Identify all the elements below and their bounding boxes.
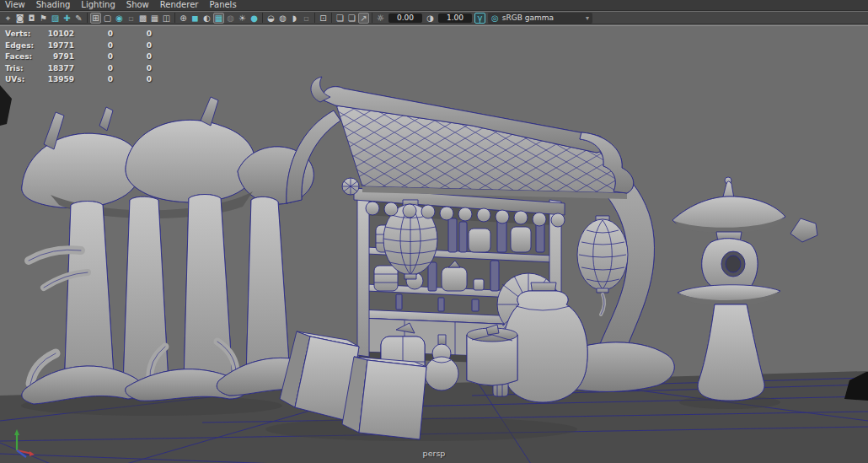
- hud-edges-hv3: 0: [113, 40, 152, 52]
- hud-faces-hl: Faces:: [5, 51, 39, 63]
- menu-view[interactable]: View: [5, 0, 25, 10]
- hud-row-faces: Faces:979100: [5, 51, 152, 63]
- pan-zoom-2d-icon[interactable]: ✚: [62, 13, 72, 24]
- hud-edges-hv2: 0: [74, 40, 113, 52]
- shaded-cube-icon[interactable]: ◼: [190, 13, 201, 24]
- hud-row-verts: Verts:1010200: [5, 29, 152, 40]
- hud-edges-hv1: 19771: [39, 40, 74, 52]
- pick-move-icon[interactable]: ↗: [358, 13, 369, 24]
- toolbar-separator: [174, 13, 175, 23]
- viewport-toolbar: ⌖◙◘⚑▨✚✎⊞▢◉▫▩▦◫⊕◼◐▦◍☀●◒◍◗▫⊡❏❏↗☼0.00◑1.00γ…: [0, 12, 868, 24]
- hud-row-edges: Edges:1977100: [5, 40, 152, 52]
- hud-verts-hv1: 10102: [39, 29, 74, 40]
- duplicate-layer-icon[interactable]: ❏: [335, 13, 346, 24]
- poly-count-hud: Verts:1010200Edges:1977100Faces:979100Tr…: [5, 29, 152, 86]
- toolbar-group-4: ⊡: [318, 13, 329, 24]
- lock-camera-icon[interactable]: ◙: [14, 13, 25, 24]
- bookmark-icon[interactable]: ⚑: [38, 13, 49, 24]
- plate-icon[interactable]: ▫: [301, 13, 312, 24]
- hud-row-tris: Tris:1837700: [5, 63, 152, 75]
- menu-renderer[interactable]: Renderer: [160, 0, 199, 10]
- wrapped-round-box[interactable]: [467, 325, 517, 385]
- contrast-field[interactable]: 1.00: [438, 13, 472, 23]
- textured-grid-icon[interactable]: ▦: [213, 13, 224, 24]
- maya-viewport-panel: View Shading Lighting Show Renderer Pane…: [0, 0, 868, 463]
- menu-shading[interactable]: Shading: [36, 0, 71, 10]
- hud-tris-hl: Tris:: [5, 63, 39, 75]
- hud-verts-hv3: 0: [113, 29, 152, 40]
- smooth-shade-icon[interactable]: ◉: [114, 13, 125, 24]
- view-axis-gizmo[interactable]: [7, 425, 40, 459]
- wire-sphere-icon[interactable]: ⊕: [178, 13, 189, 24]
- menu-lighting[interactable]: Lighting: [81, 0, 115, 10]
- contrast-icon[interactable]: ◑: [425, 13, 436, 24]
- viewport-3d[interactable]: .m{stroke:#2b2b86;stroke-width:.9;stroke…: [0, 25, 868, 463]
- camera-attributes-icon[interactable]: ◘: [26, 13, 37, 24]
- hud-verts-hv2: 0: [74, 29, 113, 40]
- hud-uvs-hv1: 13959: [39, 74, 74, 86]
- menu-panels[interactable]: Panels: [209, 0, 236, 10]
- hud-verts-hl: Verts:: [5, 29, 39, 40]
- grease-pencil-icon[interactable]: ✎: [73, 13, 84, 24]
- gamma-icon[interactable]: γ: [474, 13, 485, 24]
- image-plane-icon[interactable]: ▨: [50, 13, 61, 24]
- hud-row-uvs: UVs:1395900: [5, 74, 152, 86]
- hud-faces-hv2: 0: [74, 51, 113, 63]
- hud-uvs-hv3: 0: [113, 74, 152, 86]
- hud-uvs-hv2: 0: [74, 74, 113, 86]
- toolbar-group-1: ⊞▢◉▫▩▦◫: [90, 13, 172, 24]
- hud-edges-hl: Edges:: [5, 40, 39, 52]
- shadows-icon[interactable]: ●: [249, 13, 260, 24]
- ssao-icon[interactable]: ◍: [277, 13, 288, 24]
- toolbar-separator: [262, 13, 263, 23]
- exposure-field[interactable]: 0.00: [388, 13, 422, 23]
- toolbar-group-5: ❏❏↗: [335, 13, 369, 24]
- select-camera-icon[interactable]: ⌖: [3, 13, 13, 24]
- panel-menu-bar: View Shading Lighting Show Renderer Pane…: [0, 0, 868, 11]
- hud-tris-hv1: 18377: [39, 63, 74, 75]
- exposure-icon[interactable]: ☼: [375, 13, 386, 24]
- colorspace-label: sRGB gamma: [502, 13, 582, 22]
- hud-faces-hv1: 9791: [39, 51, 74, 63]
- toolbar-separator: [314, 13, 315, 23]
- scene-wireframe-render: .m{stroke:#2b2b86;stroke-width:.9;stroke…: [0, 26, 868, 463]
- motion-blur-icon[interactable]: ◗: [289, 13, 300, 24]
- textured-display-icon[interactable]: ▩: [137, 13, 148, 24]
- use-all-lights-icon[interactable]: ☀: [237, 13, 248, 24]
- copy-layer-icon[interactable]: ❏: [346, 13, 357, 24]
- hud-faces-hv3: 0: [113, 51, 152, 63]
- hud-tris-hv3: 0: [113, 63, 152, 75]
- hud-tris-hv2: 0: [74, 63, 113, 75]
- wireframe-display-icon[interactable]: ▢: [102, 13, 113, 24]
- isolate-select-icon[interactable]: ⊡: [318, 13, 329, 24]
- colorspace-dropdown[interactable]: ◎sRGB gamma▾: [488, 13, 592, 24]
- colorspace-icon: ◎: [491, 13, 499, 23]
- chevron-down-icon: ▾: [586, 14, 589, 22]
- lighting-grid-icon[interactable]: ⊞: [90, 13, 101, 24]
- two-panel-icon[interactable]: ◫: [161, 13, 172, 24]
- toolbar-group-3: ◒◍◗▫: [265, 13, 312, 24]
- half-shade-sphere-icon[interactable]: ◐: [201, 13, 212, 24]
- toolbar-separator: [87, 13, 88, 23]
- toolbar-group-6: ☼0.00◑1.00γ◎sRGB gamma▾: [375, 13, 592, 24]
- menu-show[interactable]: Show: [126, 0, 149, 10]
- hud-uvs-hl: UVs:: [5, 74, 39, 86]
- toolbar-group-2: ⊕◼◐▦◍☀●: [178, 13, 260, 24]
- toolbar-group-0: ⌖◙◘⚑▨✚✎: [3, 13, 84, 24]
- camera-name-label: persp: [0, 449, 868, 458]
- toolbar-separator: [372, 13, 372, 23]
- toolbar-separator: [331, 13, 332, 23]
- occlusion-sphere-icon[interactable]: ◒: [265, 13, 276, 24]
- bounding-box-icon[interactable]: ▫: [126, 13, 137, 24]
- textured-shaded-icon[interactable]: ▦: [149, 13, 160, 24]
- material-sphere-icon[interactable]: ◍: [225, 13, 236, 24]
